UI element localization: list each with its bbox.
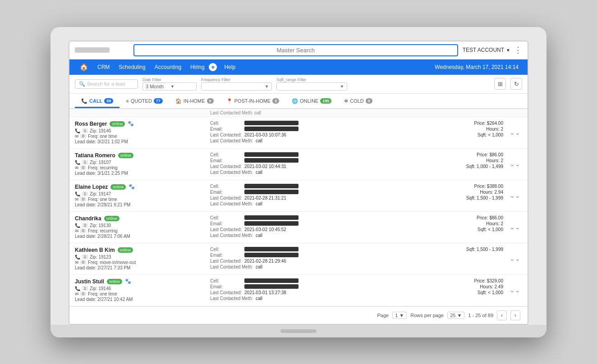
grid-view-button[interactable]: ⊞ — [494, 78, 506, 90]
lead-hours-val: Hours: 2.94 — [427, 190, 503, 195]
expand-button[interactable]: ⌄⌄ — [508, 184, 522, 208]
date-filter-select[interactable]: 3 Month ▼ — [142, 82, 197, 91]
phone-count: 1 — [82, 160, 88, 164]
cell-label: Cell: — [210, 247, 242, 252]
lead-price-area: Sqft: 1,500 - 1,999 — [427, 247, 508, 271]
rows-value: 25 — [450, 313, 455, 318]
lead-info: Ross Berger online 🐾 📞 1 Zip: 19146 ✉ 0 … — [75, 121, 201, 145]
last-contacted-date: 2021-03-02 10:45:52 — [244, 227, 286, 232]
lead-contact: Cell: Email: Last Contacted: 2021-03-02 … — [201, 152, 427, 176]
last-contacted-date: 2021-03-03 10:07:36 — [244, 132, 286, 137]
sqft-filter-arrow: ▼ — [340, 84, 344, 89]
next-page-button[interactable]: › — [510, 310, 520, 320]
expand-button[interactable]: ⌄⌄ — [508, 121, 522, 145]
lead-phone-meta: 📞 2 Zip: 19130 — [75, 223, 201, 228]
cell-row: Cell: — [210, 121, 427, 126]
account-label: TEST ACCOUNT — [463, 47, 504, 53]
zip-label: Zip: 19123 — [90, 255, 111, 259]
nav-accounting[interactable]: Accounting — [150, 59, 186, 75]
freq-label: Freq: one time — [88, 291, 117, 296]
lead-list-header: Last Contacted Meth: call — [69, 109, 528, 117]
lead-info: Chandrika online 📞 2 Zip: 19130 ✉ 0 Freq… — [75, 215, 201, 239]
email-redacted — [244, 158, 298, 163]
table-row[interactable]: Ross Berger online 🐾 📞 1 Zip: 19146 ✉ 0 … — [69, 117, 528, 149]
top-bar: Business Name TEST ACCOUNT ▼ ⋮ — [69, 41, 528, 59]
nav-home-button[interactable]: 🏠 — [75, 63, 93, 71]
lead-date-label: Lead date: 2/28/21 6:21 PM — [75, 202, 130, 207]
lead-info: Kathleen B Kim online 📞 1 Zip: 19123 ✉ 0… — [75, 247, 201, 271]
last-contacted-date-label: Last Contacted: — [210, 164, 242, 169]
page-select-arrow: ▼ — [399, 313, 404, 318]
phone-count: 1 — [82, 255, 88, 259]
lead-phone-meta: 📞 1 Zip: 19147 — [75, 191, 201, 196]
cell-redacted — [244, 121, 298, 125]
lead-name: Tatiana Romero online — [75, 152, 201, 159]
nav-help[interactable]: Help — [220, 59, 240, 75]
leads-list: Ross Berger online 🐾 📞 1 Zip: 19146 ✉ 0 … — [69, 117, 528, 306]
more-options-icon[interactable]: ⋮ — [514, 45, 522, 55]
cell-label: Cell: — [210, 152, 242, 157]
phone-count: 1 — [82, 128, 88, 133]
expand-button[interactable]: ⌄⌄ — [508, 247, 522, 271]
master-search-input[interactable] — [133, 44, 458, 56]
email-label: Email: — [210, 158, 242, 163]
expand-button[interactable]: ⌄⌄ — [508, 278, 522, 302]
email-row: Email: — [210, 158, 427, 163]
logo-text: Business Name — [75, 47, 110, 53]
tab-online-label: ONLINE — [300, 98, 318, 104]
lead-email-meta: ✉ 0 Freq: move-in/move-out — [75, 260, 201, 265]
table-row[interactable]: Tatiana Romero online 📞 1 Zip: 19107 ✉ 0… — [69, 149, 528, 180]
online-icon: 🌐 — [292, 98, 298, 104]
lead-price-area: Price: $86.00 Hours: 2 Sqft: < 1,000 — [427, 215, 508, 239]
account-button[interactable]: TEST ACCOUNT ▼ — [463, 47, 510, 53]
nav-scheduling[interactable]: Scheduling — [114, 59, 150, 75]
tab-online[interactable]: 🌐 ONLINE 195 — [285, 96, 338, 108]
lead-price-val: Price: $86.00 — [427, 152, 503, 157]
status-badge: online — [107, 279, 122, 284]
tab-in-home[interactable]: 🏠 IN-HOME 0 — [169, 96, 220, 108]
cell-label: Cell: — [210, 121, 242, 126]
nav-crm[interactable]: CRM — [93, 59, 114, 75]
lead-price-val: Price: $86.00 — [427, 215, 503, 220]
table-row[interactable]: Kathleen B Kim online 📞 1 Zip: 19123 ✉ 0… — [69, 243, 528, 275]
email-row: Email: — [210, 190, 427, 195]
email-count: 0 — [80, 260, 86, 264]
table-row[interactable]: Elaine Lopez online 🐾 📞 1 Zip: 19147 ✉ 0… — [69, 180, 528, 212]
expand-button[interactable]: ⌄⌄ — [508, 215, 522, 239]
table-row[interactable]: Chandrika online 📞 2 Zip: 19130 ✉ 0 Freq… — [69, 212, 528, 243]
nav-hiring[interactable]: Hiring — [186, 59, 209, 75]
lead-contact: Cell: Email: Last Contacted: 2021-02-28 … — [201, 247, 427, 271]
tab-quoted[interactable]: ≡ QUOTED 77 — [119, 96, 169, 108]
email-label: Email: — [210, 221, 242, 226]
lead-sqft-val: Sqft: 1,500 - 1,999 — [427, 196, 503, 200]
last-meth-row: Last Contacted Meth: call — [210, 233, 427, 238]
search-lead-input[interactable]: 🔍 Search for a lead — [75, 79, 138, 89]
nav-add-area: + — [209, 63, 220, 71]
tab-post-in-home[interactable]: 📍 POST-IN-HOME 0 — [220, 96, 286, 108]
email-count: 0 — [80, 228, 86, 233]
frequency-filter-select[interactable]: ▼ — [201, 82, 272, 91]
page-select[interactable]: 1 ▼ — [392, 312, 407, 319]
cell-row: Cell: — [210, 278, 427, 283]
zip-label: Zip: 19146 — [90, 286, 111, 291]
lead-price-area: Price: $329.00 Hours: 2.49 Sqft: < 1,000 — [427, 278, 508, 302]
table-row[interactable]: Justin Stull online 🐾 📞 1 Zip: 19146 ✉ 0… — [69, 275, 528, 306]
nav-add-button[interactable]: + — [209, 63, 217, 71]
last-meth-label: Last Contacted Meth: — [210, 264, 253, 269]
prev-page-button[interactable]: ‹ — [497, 310, 507, 320]
rows-per-page-select[interactable]: 25 ▼ — [447, 312, 464, 319]
phone-icon: 📞 — [75, 128, 80, 133]
cold-icon: ❄ — [344, 98, 348, 104]
tab-call[interactable]: 📞 CALL 89 — [75, 96, 119, 108]
expand-button[interactable]: ⌄⌄ — [508, 152, 522, 176]
header-contact-col: Last Contacted Meth: call — [201, 110, 522, 115]
phone-count: 2 — [82, 223, 88, 228]
page-label: Page — [377, 313, 389, 318]
refresh-button[interactable]: ↻ — [510, 78, 522, 90]
cell-label: Cell: — [210, 215, 242, 220]
sqft-filter-select[interactable]: ▼ — [276, 82, 347, 91]
tab-cold[interactable]: ❄ COLD 0 — [338, 96, 379, 108]
date-filter-label: Date Filter — [142, 77, 197, 82]
lead-name: Elaine Lopez online 🐾 — [75, 184, 201, 190]
lead-phone-meta: 📞 1 Zip: 19146 — [75, 286, 201, 291]
